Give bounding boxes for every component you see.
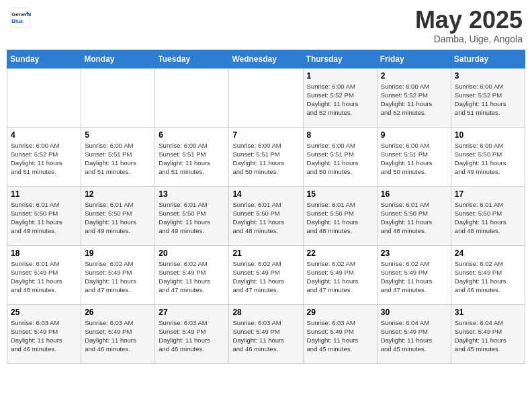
day-number: 3 <box>455 71 521 81</box>
day-info: Sunrise: 6:02 AM Sunset: 5:49 PM Dayligh… <box>455 259 521 295</box>
day-info: Sunrise: 6:01 AM Sunset: 5:50 PM Dayligh… <box>455 200 521 236</box>
day-info: Sunrise: 6:00 AM Sunset: 5:52 PM Dayligh… <box>307 82 373 118</box>
calendar-cell: 6Sunrise: 6:00 AM Sunset: 5:51 PM Daylig… <box>155 127 229 186</box>
calendar-cell: 20Sunrise: 6:02 AM Sunset: 5:49 PM Dayli… <box>155 245 229 304</box>
day-number: 24 <box>455 248 521 258</box>
calendar-week-row: 25Sunrise: 6:03 AM Sunset: 5:49 PM Dayli… <box>7 304 525 363</box>
calendar-week-row: 18Sunrise: 6:01 AM Sunset: 5:49 PM Dayli… <box>7 245 525 304</box>
calendar-cell: 24Sunrise: 6:02 AM Sunset: 5:49 PM Dayli… <box>451 245 525 304</box>
day-number: 1 <box>307 71 373 81</box>
day-info: Sunrise: 6:03 AM Sunset: 5:49 PM Dayligh… <box>232 318 299 354</box>
day-info: Sunrise: 6:02 AM Sunset: 5:49 PM Dayligh… <box>85 259 151 295</box>
calendar-week-row: 4Sunrise: 6:00 AM Sunset: 5:52 PM Daylig… <box>7 127 525 186</box>
day-number: 23 <box>381 248 447 258</box>
day-number: 12 <box>85 189 151 199</box>
calendar-cell: 11Sunrise: 6:01 AM Sunset: 5:50 PM Dayli… <box>7 186 81 245</box>
day-number: 27 <box>159 308 225 317</box>
page-header: General Blue May 2025 Damba, Uige, Angol… <box>7 7 525 44</box>
day-number: 25 <box>11 308 77 317</box>
svg-text:Blue: Blue <box>11 18 24 24</box>
calendar-cell: 23Sunrise: 6:02 AM Sunset: 5:49 PM Dayli… <box>377 245 451 304</box>
weekday-header: Friday <box>377 50 451 68</box>
day-info: Sunrise: 6:03 AM Sunset: 5:49 PM Dayligh… <box>159 318 225 354</box>
day-info: Sunrise: 6:01 AM Sunset: 5:50 PM Dayligh… <box>232 200 299 236</box>
calendar-cell: 31Sunrise: 6:04 AM Sunset: 5:49 PM Dayli… <box>451 304 525 363</box>
day-number: 30 <box>381 308 447 317</box>
calendar-week-row: 1Sunrise: 6:00 AM Sunset: 5:52 PM Daylig… <box>7 68 525 127</box>
day-number: 5 <box>85 130 151 140</box>
calendar-cell: 2Sunrise: 6:00 AM Sunset: 5:52 PM Daylig… <box>377 68 451 127</box>
day-number: 22 <box>307 248 373 258</box>
day-info: Sunrise: 6:00 AM Sunset: 5:52 PM Dayligh… <box>11 141 77 177</box>
day-number: 2 <box>381 71 447 81</box>
calendar-cell: 30Sunrise: 6:04 AM Sunset: 5:49 PM Dayli… <box>377 304 451 363</box>
weekday-header: Sunday <box>7 50 81 68</box>
calendar-cell: 9Sunrise: 6:00 AM Sunset: 5:51 PM Daylig… <box>377 127 451 186</box>
calendar-cell: 1Sunrise: 6:00 AM Sunset: 5:52 PM Daylig… <box>303 68 377 127</box>
calendar-cell: 7Sunrise: 6:00 AM Sunset: 5:51 PM Daylig… <box>229 127 303 186</box>
weekday-header: Monday <box>81 50 155 68</box>
day-number: 14 <box>232 189 299 199</box>
day-info: Sunrise: 6:00 AM Sunset: 5:51 PM Dayligh… <box>232 141 299 177</box>
day-number: 26 <box>85 308 151 317</box>
day-info: Sunrise: 6:01 AM Sunset: 5:50 PM Dayligh… <box>159 200 225 236</box>
day-info: Sunrise: 6:02 AM Sunset: 5:49 PM Dayligh… <box>232 259 299 295</box>
weekday-header: Saturday <box>451 50 525 68</box>
day-number: 28 <box>232 308 299 317</box>
day-info: Sunrise: 6:01 AM Sunset: 5:49 PM Dayligh… <box>11 259 77 295</box>
calendar-cell: 14Sunrise: 6:01 AM Sunset: 5:50 PM Dayli… <box>229 186 303 245</box>
day-info: Sunrise: 6:00 AM Sunset: 5:52 PM Dayligh… <box>455 82 521 118</box>
calendar-cell: 18Sunrise: 6:01 AM Sunset: 5:49 PM Dayli… <box>7 245 81 304</box>
calendar-cell <box>155 68 229 127</box>
day-info: Sunrise: 6:00 AM Sunset: 5:52 PM Dayligh… <box>381 82 447 118</box>
day-number: 16 <box>381 189 447 199</box>
calendar-cell: 16Sunrise: 6:01 AM Sunset: 5:50 PM Dayli… <box>377 186 451 245</box>
day-number: 18 <box>11 248 77 258</box>
calendar-cell: 25Sunrise: 6:03 AM Sunset: 5:49 PM Dayli… <box>7 304 81 363</box>
day-number: 17 <box>455 189 521 199</box>
day-info: Sunrise: 6:01 AM Sunset: 5:50 PM Dayligh… <box>307 200 373 236</box>
calendar-week-row: 11Sunrise: 6:01 AM Sunset: 5:50 PM Dayli… <box>7 186 525 245</box>
day-number: 6 <box>159 130 225 140</box>
day-info: Sunrise: 6:02 AM Sunset: 5:49 PM Dayligh… <box>159 259 225 295</box>
day-number: 9 <box>381 130 447 140</box>
weekday-header: Thursday <box>303 50 377 68</box>
weekday-header: Tuesday <box>155 50 229 68</box>
calendar-cell: 12Sunrise: 6:01 AM Sunset: 5:50 PM Dayli… <box>81 186 155 245</box>
day-number: 13 <box>159 189 225 199</box>
calendar-cell: 29Sunrise: 6:03 AM Sunset: 5:49 PM Dayli… <box>303 304 377 363</box>
month-title: May 2025 <box>415 7 523 34</box>
day-info: Sunrise: 6:04 AM Sunset: 5:49 PM Dayligh… <box>381 318 447 354</box>
day-info: Sunrise: 6:03 AM Sunset: 5:49 PM Dayligh… <box>11 318 77 354</box>
day-info: Sunrise: 6:01 AM Sunset: 5:50 PM Dayligh… <box>381 200 447 236</box>
day-info: Sunrise: 6:03 AM Sunset: 5:49 PM Dayligh… <box>85 318 151 354</box>
calendar-cell: 4Sunrise: 6:00 AM Sunset: 5:52 PM Daylig… <box>7 127 81 186</box>
day-number: 20 <box>159 248 225 258</box>
calendar-cell: 27Sunrise: 6:03 AM Sunset: 5:49 PM Dayli… <box>155 304 229 363</box>
calendar-cell <box>229 68 303 127</box>
location: Damba, Uige, Angola <box>415 34 523 44</box>
title-block: May 2025 Damba, Uige, Angola <box>415 7 523 44</box>
calendar-cell: 13Sunrise: 6:01 AM Sunset: 5:50 PM Dayli… <box>155 186 229 245</box>
calendar-cell: 21Sunrise: 6:02 AM Sunset: 5:49 PM Dayli… <box>229 245 303 304</box>
day-number: 29 <box>307 308 373 317</box>
weekday-header-row: SundayMondayTuesdayWednesdayThursdayFrid… <box>7 50 525 68</box>
day-number: 4 <box>11 130 77 140</box>
calendar-cell: 5Sunrise: 6:00 AM Sunset: 5:51 PM Daylig… <box>81 127 155 186</box>
day-number: 19 <box>85 248 151 258</box>
day-number: 8 <box>307 130 373 140</box>
day-number: 10 <box>455 130 521 140</box>
day-number: 31 <box>455 308 521 317</box>
calendar-cell: 19Sunrise: 6:02 AM Sunset: 5:49 PM Dayli… <box>81 245 155 304</box>
day-info: Sunrise: 6:03 AM Sunset: 5:49 PM Dayligh… <box>307 318 373 354</box>
day-info: Sunrise: 6:01 AM Sunset: 5:50 PM Dayligh… <box>11 200 77 236</box>
calendar-cell: 8Sunrise: 6:00 AM Sunset: 5:51 PM Daylig… <box>303 127 377 186</box>
calendar-cell: 15Sunrise: 6:01 AM Sunset: 5:50 PM Dayli… <box>303 186 377 245</box>
calendar-cell <box>81 68 155 127</box>
day-info: Sunrise: 6:01 AM Sunset: 5:50 PM Dayligh… <box>85 200 151 236</box>
day-info: Sunrise: 6:00 AM Sunset: 5:51 PM Dayligh… <box>159 141 225 177</box>
calendar-cell: 3Sunrise: 6:00 AM Sunset: 5:52 PM Daylig… <box>451 68 525 127</box>
day-info: Sunrise: 6:00 AM Sunset: 5:51 PM Dayligh… <box>381 141 447 177</box>
day-number: 7 <box>232 130 299 140</box>
logo: General Blue <box>9 7 34 28</box>
